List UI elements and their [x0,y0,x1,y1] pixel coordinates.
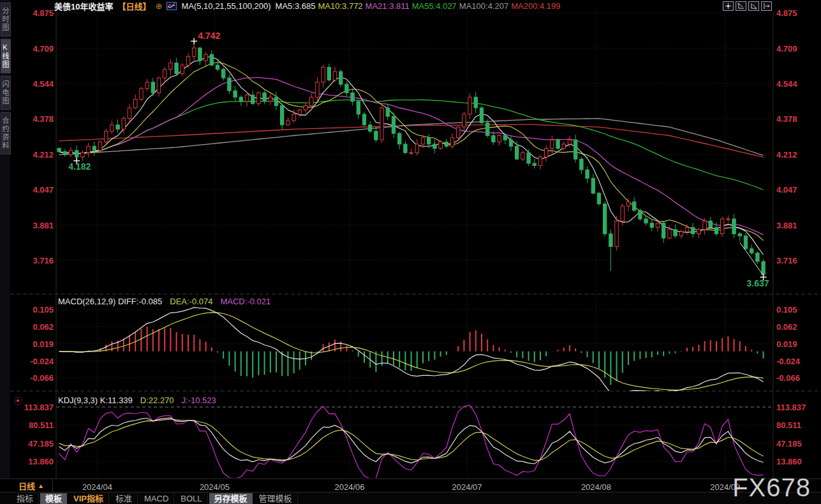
sidebar-item-time-chart[interactable]: 分时图 [1,3,11,36]
svg-text:3.637: 3.637 [747,278,769,288]
ma-value: MA5:3.685 [276,1,316,11]
indicator-value: J:-10.523 [182,396,216,405]
indicator-value: D:22.270 [140,396,174,405]
macd-header: MACD(26,12,9) DIFF:-0.085DEA:-0.074MACD:… [58,297,270,306]
tab-macd[interactable]: MACD [139,493,174,504]
sidebar-item-kline-chart[interactable]: K线图 [1,39,11,73]
tab-vip-indicators[interactable]: VIP指标 [68,493,109,504]
ma-value: MA55:4.027 [412,1,457,11]
indicator-value: MACD:-0.021 [220,297,270,306]
x-axis-scale-icon[interactable] [748,1,759,11]
ma-values: MA5:3.685MA10:3.772MA21:3.811MA55:4.027M… [276,1,563,11]
chart-header: 美债10年收益率 【日线】 ⊕ MA(5,10,21,55,100,200) M… [10,0,821,11]
period-label: 日线 [18,480,35,492]
instrument-title: 美债10年收益率 [54,0,113,12]
move-icon[interactable] [723,1,734,11]
tab-indicators[interactable]: 指标 [11,493,39,504]
tab-manage-template[interactable]: 管理模板 [254,493,298,504]
period-tag: 【日线】 [117,0,151,12]
ma-value: MA10:3.772 [318,1,362,11]
sidebar-item-contract-info[interactable]: 合约资料 [1,112,11,154]
svg-text:4.182: 4.182 [68,161,91,172]
y-axis-scale-icon[interactable] [736,1,746,11]
ma-params-label: MA(5,10,21,55,100,200) [181,1,270,11]
ma-value: MA21:3.811 [366,1,410,11]
svg-text:4.742: 4.742 [198,31,220,41]
indicator-value: MACD(26,12,9) DIFF:-0.085 [58,297,162,306]
add-indicator-icon[interactable]: ⊕ [155,2,162,10]
chart-style-icon[interactable] [166,2,177,10]
watermark: FX678 [732,475,811,500]
tab-standard[interactable]: 标准 [110,493,138,504]
chart-type-sidebar: 分时图K线图闪电图合约资料 [0,0,10,478]
bottom-toolbar: 指标模板VIP指标标准MACDBOLL另存模板管理模板 [0,493,821,504]
kdj-settings-icon[interactable] [14,397,22,405]
tab-templates[interactable]: 模板 [40,493,67,504]
tab-boll[interactable]: BOLL [175,493,207,504]
window-controls [723,1,772,11]
new-window-icon[interactable] [761,1,772,11]
sidebar-item-flash-chart[interactable]: 闪电图 [1,76,11,110]
indicator-value: KDJ(9,3,3) K:11.339 [58,396,133,405]
kdj-header: KDJ(9,3,3) K:11.339D:22.270J:-10.523 [58,396,216,405]
ma-value: MA200:4.199 [511,1,560,11]
chart-canvas[interactable]: 4.7424.1823.637 [0,0,821,504]
tab-save-template[interactable]: 另存模板 [209,493,253,504]
period-selector[interactable]: 日线 ▲ [10,479,53,492]
indicator-value: DEA:-0.074 [170,297,212,306]
trading-app-window: 4.7424.1823.637 分时图K线图闪电图合约资料 美债10年收益率 【… [0,0,821,504]
period-arrow-icon: ▲ [38,482,44,489]
ma-value: MA100:4.207 [459,1,508,11]
